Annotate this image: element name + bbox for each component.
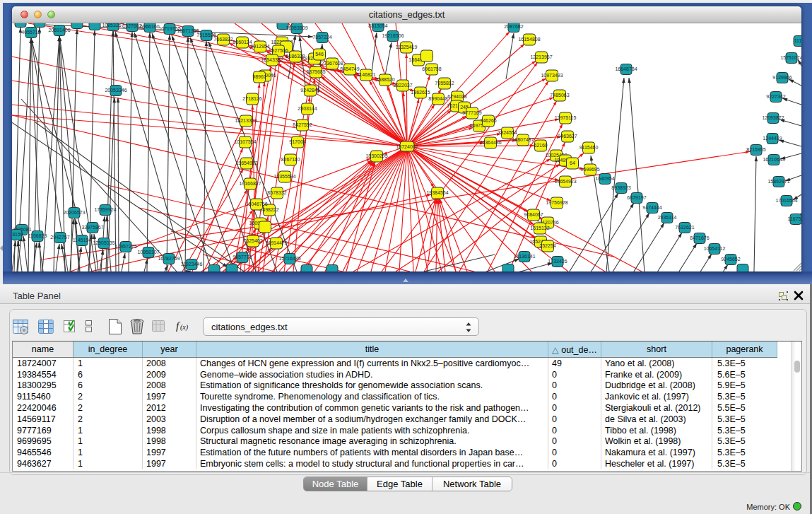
svg-text:8186328: 8186328	[286, 54, 305, 59]
svg-text:10807487: 10807487	[512, 137, 534, 142]
svg-text:9129966: 9129966	[772, 75, 792, 80]
svg-text:33159: 33159	[12, 232, 23, 237]
svg-text:2942757: 2942757	[50, 235, 69, 240]
svg-text:8267110: 8267110	[281, 157, 300, 162]
svg-text:20691406: 20691406	[48, 28, 70, 33]
svg-text:746266: 746266	[480, 118, 496, 123]
svg-text:7485063: 7485063	[550, 93, 569, 98]
svg-text:16671355: 16671355	[177, 28, 199, 33]
svg-text:8660124: 8660124	[233, 40, 252, 45]
svg-text:15716485: 15716485	[278, 256, 300, 261]
svg-text:116753: 116753	[788, 216, 801, 221]
svg-text:20206573: 20206573	[63, 210, 85, 215]
svg-text:17957275: 17957275	[114, 244, 136, 249]
svg-text:2803144: 2803144	[298, 106, 317, 111]
svg-text:12975115: 12975115	[555, 115, 577, 120]
svg-text:9146821: 9146821	[356, 72, 375, 77]
svg-text:8813054: 8813054	[368, 23, 387, 28]
svg-text:9777169: 9777169	[462, 110, 481, 115]
svg-text:1145194: 1145194	[73, 238, 92, 243]
svg-text:9463627: 9463627	[558, 134, 577, 139]
svg-text:7625402: 7625402	[243, 238, 262, 243]
svg-text:17359924: 17359924	[94, 207, 116, 212]
svg-text:9115460: 9115460	[579, 145, 599, 150]
svg-text:18724007: 18724007	[396, 144, 418, 149]
svg-text:15892971: 15892971	[767, 179, 789, 184]
svg-text:9474444: 9474444	[642, 205, 661, 210]
svg-text:14136141: 14136141	[513, 254, 535, 259]
svg-text:18300295: 18300295	[365, 153, 387, 158]
svg-text:19166827: 19166827	[239, 181, 261, 186]
svg-text:8454749: 8454749	[340, 66, 359, 71]
svg-text:3824554: 3824554	[498, 130, 517, 135]
svg-text:16543382: 16543382	[261, 57, 283, 62]
svg-text:12213369: 12213369	[235, 118, 257, 123]
svg-text:9657771: 9657771	[233, 255, 252, 259]
svg-text:9084067: 9084067	[524, 212, 543, 217]
svg-text:16154808: 16154808	[518, 37, 540, 42]
svg-text:16053809: 16053809	[286, 25, 307, 30]
svg-text:7955812: 7955812	[435, 81, 454, 86]
svg-text:10107554: 10107554	[234, 139, 256, 144]
svg-text:9227342: 9227342	[766, 94, 785, 99]
svg-text:10973493: 10973493	[541, 73, 563, 78]
svg-text:8215955: 8215955	[746, 147, 765, 152]
svg-text:19756928: 19756928	[546, 200, 567, 205]
svg-text:6794028: 6794028	[447, 94, 466, 99]
svg-text:12213967: 12213967	[530, 54, 552, 59]
svg-text:10958107: 10958107	[137, 250, 159, 255]
svg-text:7663822: 7663822	[213, 37, 233, 42]
svg-text:11325419: 11325419	[396, 45, 418, 49]
svg-text:7515526: 7515526	[196, 33, 216, 37]
svg-text:11923446: 11923446	[181, 262, 203, 267]
svg-text:1527602: 1527602	[122, 23, 141, 28]
svg-text:6966160: 6966160	[140, 24, 159, 29]
svg-text:20364436: 20364436	[479, 140, 501, 145]
svg-text:10853267: 10853267	[102, 23, 124, 28]
svg-text:12355594: 12355594	[273, 174, 295, 179]
svg-text:16782759: 16782759	[158, 256, 180, 261]
svg-text:19218506: 19218506	[382, 33, 404, 38]
svg-text:8427552: 8427552	[293, 122, 312, 127]
svg-text:16648784: 16648784	[615, 66, 637, 71]
svg-text:8938923: 8938923	[611, 185, 630, 190]
svg-text:17016504: 17016504	[775, 198, 797, 203]
svg-text:10654112: 10654112	[704, 246, 726, 251]
svg-text:12505135: 12505135	[93, 240, 114, 245]
svg-text:1112: 1112	[794, 38, 801, 43]
svg-text:2718126: 2718126	[242, 96, 261, 101]
svg-text:7632621: 7632621	[675, 225, 694, 230]
svg-text:19654913: 19654913	[235, 160, 257, 165]
svg-text:8990448: 8990448	[428, 96, 447, 101]
svg-text:1733426: 1733426	[548, 259, 567, 264]
svg-text:1156829: 1156829	[28, 233, 47, 238]
svg-text:8471676: 8471676	[690, 235, 709, 240]
svg-text:2935114: 2935114	[658, 215, 677, 220]
svg-text:1640954: 1640954	[595, 176, 614, 181]
svg-text:1244419: 1244419	[763, 136, 782, 141]
svg-text:3875685: 3875685	[306, 69, 325, 74]
svg-text:62160: 62160	[534, 143, 548, 148]
svg-text:917004: 917004	[289, 139, 305, 144]
svg-text:16914479: 16914479	[265, 240, 287, 245]
svg-text:15751074: 15751074	[780, 55, 801, 60]
svg-text:23367608: 23367608	[321, 61, 343, 66]
svg-text:9242845: 9242845	[300, 88, 319, 93]
svg-text:16046756: 16046756	[245, 201, 267, 206]
svg-text:16210643: 16210643	[763, 157, 784, 162]
svg-text:3822037: 3822037	[393, 83, 412, 88]
svg-text:1362615: 1362615	[411, 90, 430, 95]
svg-text:19654923: 19654923	[554, 179, 576, 184]
svg-text:20053346: 20053346	[105, 88, 126, 93]
svg-text:4055712: 4055712	[21, 30, 40, 35]
svg-text:2087682: 2087682	[504, 24, 523, 29]
svg-text:7857224: 7857224	[312, 35, 331, 40]
svg-text:12093872: 12093872	[762, 115, 784, 120]
svg-text:33975867: 33975867	[81, 225, 103, 230]
svg-text:(x): (x)	[180, 323, 189, 332]
svg-text:98967: 98967	[252, 74, 266, 79]
svg-text:1615132: 1615132	[530, 226, 549, 230]
svg-text:6879197: 6879197	[627, 195, 646, 200]
svg-text:9699695: 9699695	[580, 167, 599, 172]
svg-text:6961758: 6961758	[422, 66, 441, 71]
